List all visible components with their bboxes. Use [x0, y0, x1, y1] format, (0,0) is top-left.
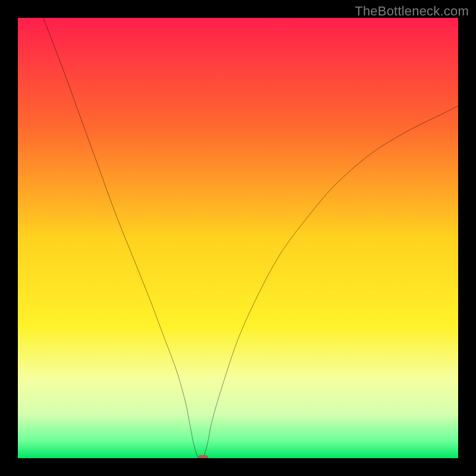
chart-frame: TheBottleneck.com [0, 0, 476, 476]
optimum-marker [198, 455, 208, 458]
plot-area [18, 18, 458, 458]
watermark-text: TheBottleneck.com [355, 4, 469, 19]
bottleneck-curve [18, 18, 458, 458]
